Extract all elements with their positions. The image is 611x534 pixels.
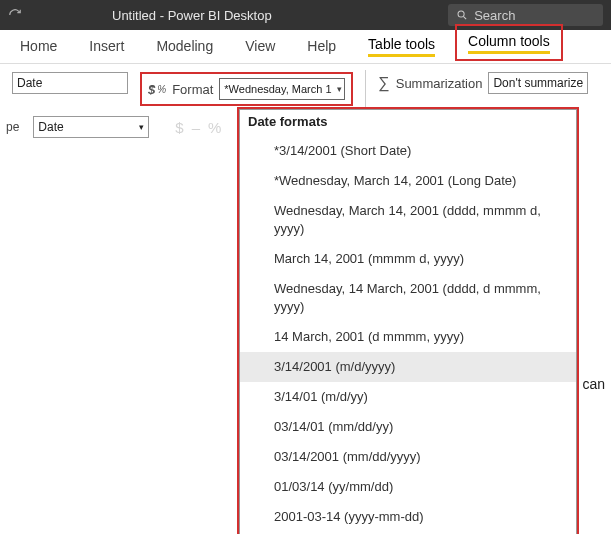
format-label: Format	[172, 82, 213, 97]
date-format-option[interactable]: 03/14/2001 (mm/dd/yyyy)	[240, 442, 576, 472]
date-format-option[interactable]: Wednesday, March 14, 2001 (dddd, mmmm d,…	[240, 196, 576, 244]
date-format-option[interactable]: 03/14/01 (mm/dd/yy)	[240, 412, 576, 442]
chevron-down-icon: ▾	[139, 122, 144, 132]
currency-button[interactable]: $	[175, 119, 183, 136]
search-icon	[456, 8, 468, 22]
number-format-buttons: $ – %	[175, 119, 221, 136]
tab-column-tools[interactable]: Column tools	[458, 27, 560, 58]
separator	[365, 70, 366, 110]
window-title: Untitled - Power BI Desktop	[112, 8, 272, 23]
format-dropdown[interactable]: *Wednesday, March 1 ▾	[219, 78, 345, 100]
svg-line-1	[464, 17, 467, 20]
refresh-icon[interactable]	[8, 8, 22, 22]
date-format-dropdown-panel: Date formats *3/14/2001 (Short Date)*Wed…	[237, 107, 579, 534]
column-name-input[interactable]: Date	[12, 72, 128, 94]
tab-modeling[interactable]: Modeling	[144, 30, 225, 63]
tab-home[interactable]: Home	[8, 30, 69, 63]
tab-insert[interactable]: Insert	[77, 30, 136, 63]
tab-help[interactable]: Help	[295, 30, 348, 63]
tab-table-tools[interactable]: Table tools	[356, 28, 447, 63]
tab-view[interactable]: View	[233, 30, 287, 63]
date-format-option[interactable]: *3/14/2001 (Short Date)	[240, 136, 576, 166]
date-format-option[interactable]: 3/14/01 (m/d/yy)	[240, 382, 576, 412]
svg-point-0	[458, 11, 464, 17]
format-symbol-icon: $%	[148, 82, 166, 97]
cutoff-text: can	[582, 376, 605, 392]
percent-button[interactable]: %	[208, 119, 221, 136]
summarization-label: Summarization	[396, 76, 483, 91]
date-format-option[interactable]: March 14, 2001 (mmmm d, yyyy)	[240, 244, 576, 274]
datatype-value: Date	[38, 120, 63, 134]
datatype-dropdown[interactable]: Date ▾	[33, 116, 149, 138]
search-box[interactable]	[448, 4, 603, 26]
summarization-dropdown[interactable]: Don't summarize	[488, 72, 588, 94]
chevron-down-icon: ▾	[337, 84, 342, 94]
date-format-option[interactable]: 14 March, 2001 (d mmmm, yyyy)	[240, 322, 576, 352]
datatype-label-fragment: pe	[6, 120, 19, 134]
date-format-option[interactable]: 2001-03-14 (yyyy-mm-dd)	[240, 502, 576, 532]
date-format-option[interactable]: 3/14/2001 (m/d/yyyy)	[240, 352, 576, 382]
date-format-option[interactable]: *Wednesday, March 14, 2001 (Long Date)	[240, 166, 576, 196]
dropdown-list: *3/14/2001 (Short Date)*Wednesday, March…	[240, 136, 576, 534]
dropdown-header: Date formats	[240, 110, 576, 136]
summarization-group: ∑ Summarization Don't summarize	[378, 72, 588, 94]
sigma-icon: ∑	[378, 74, 389, 92]
ribbon-tabs: Home Insert Modeling View Help Table too…	[0, 30, 611, 64]
highlight-format-group: $% Format *Wednesday, March 1 ▾	[140, 72, 353, 106]
date-format-option[interactable]: 01/03/14 (yy/mm/dd)	[240, 472, 576, 502]
search-input[interactable]	[474, 8, 595, 23]
dash: –	[192, 119, 200, 136]
format-dropdown-value: *Wednesday, March 1	[224, 83, 331, 95]
date-format-option[interactable]: Wednesday, 14 March, 2001 (dddd, d mmmm,…	[240, 274, 576, 322]
highlight-column-tools: Column tools	[455, 24, 563, 61]
